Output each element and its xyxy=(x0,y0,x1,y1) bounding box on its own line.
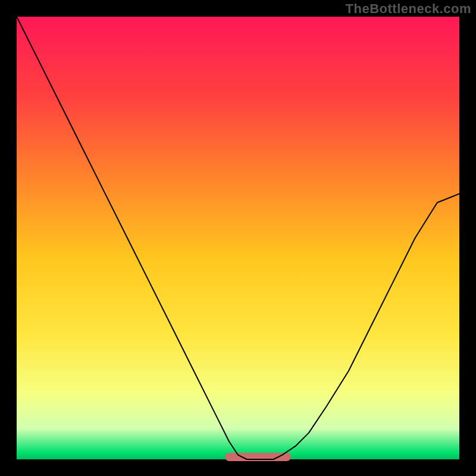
plot-area xyxy=(17,17,459,459)
watermark-text: TheBottleneck.com xyxy=(346,1,471,17)
chart-frame: TheBottleneck.com xyxy=(0,0,476,476)
chart-svg xyxy=(0,0,476,476)
